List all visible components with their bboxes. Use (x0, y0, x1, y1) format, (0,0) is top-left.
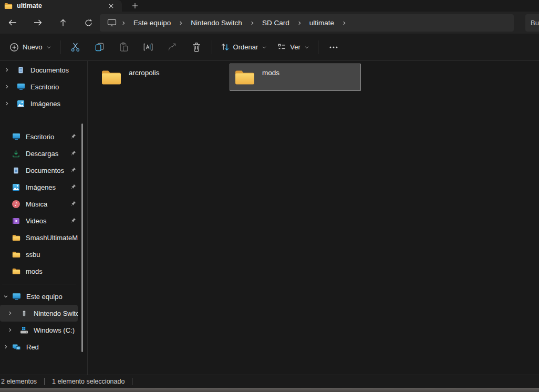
document-icon (16, 66, 26, 74)
copy-button[interactable] (88, 38, 112, 57)
tab-ultimate[interactable]: ultimate (0, 0, 122, 12)
sidebar-item-windows-c[interactable]: Windows (C:) (0, 322, 78, 338)
sidebar-section-gap (0, 112, 87, 128)
close-tab-icon[interactable] (105, 1, 117, 11)
folder-icon (11, 268, 21, 275)
drive-windows-icon (19, 326, 29, 334)
chevron-right-icon[interactable] (7, 311, 19, 316)
sidebar-item-mods[interactable]: mods (0, 263, 78, 280)
chevron-right-icon[interactable] (247, 20, 257, 26)
breadcrumb-item-nintendo-switch[interactable]: Nintendo Switch (185, 17, 247, 29)
download-icon (11, 150, 21, 158)
rename-button[interactable] (136, 38, 160, 57)
sidebar-item-smashultimatemod[interactable]: SmashUltimateMod (0, 229, 78, 246)
back-button[interactable] (2, 14, 23, 32)
sidebar-item-este-equipo[interactable]: Este equipo (0, 288, 78, 305)
chevron-down-icon[interactable] (0, 294, 12, 299)
new-button[interactable]: Nuevo (4, 38, 57, 57)
pin-icon (68, 133, 78, 140)
breadcrumb-item-sd-card[interactable]: SD Card (257, 17, 295, 29)
sort-button[interactable]: Ordenar (215, 38, 273, 57)
sidebar-item-escritorio[interactable]: Escritorio (0, 78, 78, 95)
sidebar-scrollbar[interactable] (81, 123, 83, 352)
search-input[interactable]: Bu (525, 14, 539, 32)
sidebar-item-escritorio-pinned[interactable]: Escritorio (0, 128, 78, 145)
file-name: arcropolis (129, 69, 160, 77)
tab-bar: ultimate (0, 0, 539, 12)
chevron-down-icon (262, 45, 267, 50)
pin-icon (68, 150, 78, 157)
files-area[interactable]: arcropolis mods (87, 61, 539, 375)
breadcrumb-item-ultimate[interactable]: ultimate (304, 17, 339, 29)
sidebar-item-imagenes-pinned[interactable]: Imágenes (0, 179, 78, 195)
forward-button[interactable] (27, 14, 48, 32)
pin-icon (68, 201, 78, 207)
up-button[interactable] (53, 14, 74, 32)
chevron-right-icon (119, 20, 128, 26)
sidebar-item-documentos-pinned[interactable]: Documentos (0, 162, 78, 179)
share-button[interactable] (160, 38, 184, 57)
folder-icon (4, 3, 13, 9)
sidebar-item-descargas[interactable]: Descargas (0, 145, 78, 162)
breadcrumb[interactable]: Este equipo Nintendo Switch SD Card ulti… (100, 14, 514, 32)
toolbar-separator (318, 40, 318, 54)
chevron-right-icon[interactable] (4, 84, 16, 89)
tab-title: ultimate (17, 2, 105, 9)
sidebar-item-ssbu[interactable]: ssbu (0, 246, 78, 263)
this-pc-icon (107, 19, 117, 27)
chevron-right-icon[interactable] (4, 101, 16, 106)
chevron-right-icon[interactable] (7, 327, 19, 333)
device-icon (19, 310, 29, 317)
status-separator (132, 378, 132, 385)
status-bar: 2 elementos 1 elemento seleccionado (0, 375, 539, 388)
sidebar-item-label: Escritorio (26, 133, 68, 141)
document-icon (11, 167, 21, 174)
view-icon (277, 43, 286, 51)
sidebar-item-imagenes[interactable]: Imágenes (0, 95, 78, 112)
file-item-mods[interactable]: mods (230, 64, 361, 91)
refresh-button[interactable] (78, 14, 99, 32)
chevron-down-icon (304, 45, 309, 50)
breadcrumb-item-este-equipo[interactable]: Este equipo (128, 17, 176, 29)
video-icon (11, 218, 21, 224)
delete-button[interactable] (184, 38, 209, 57)
file-item-arcropolis[interactable]: arcropolis (96, 64, 227, 91)
sidebar-item-label: mods (26, 267, 78, 275)
sidebar-item-red[interactable]: Red (0, 338, 78, 355)
sidebar-item-musica[interactable]: Música (0, 195, 78, 212)
navigation-bar: Este equipo Nintendo Switch SD Card ulti… (0, 12, 539, 34)
toolbar-separator (60, 40, 60, 54)
more-options-button[interactable] (322, 38, 346, 57)
network-icon (12, 343, 22, 351)
sidebar-item-nintendo-switch[interactable]: Nintendo Switch (0, 305, 78, 322)
chevron-right-icon[interactable] (4, 67, 16, 73)
pin-icon (68, 167, 78, 173)
desktop-icon (16, 83, 26, 90)
taskbar-edge (0, 388, 539, 392)
folder-icon (11, 251, 21, 258)
chevron-right-icon[interactable] (0, 344, 12, 349)
sidebar-item-label: Documentos (26, 167, 68, 174)
pictures-icon (11, 183, 21, 191)
new-tab-button[interactable] (128, 0, 142, 12)
chevron-right-icon[interactable] (176, 20, 185, 26)
status-separator (44, 378, 45, 385)
toolbar-separator (212, 40, 212, 54)
sidebar-item-label: Nintendo Switch (34, 310, 78, 317)
sidebar-item-label: Escritorio (30, 83, 78, 91)
sidebar-item-label: Windows (C:) (34, 326, 78, 334)
chevron-right-icon[interactable] (339, 20, 349, 26)
sidebar-item-videos[interactable]: Videos (0, 212, 78, 229)
search-text: Bu (531, 19, 539, 27)
cut-button[interactable] (64, 38, 88, 57)
sidebar-item-documentos[interactable]: Documentos (0, 61, 78, 78)
view-button-label: Ver (290, 43, 300, 51)
sidebar-item-label: Descargas (26, 150, 68, 158)
view-button[interactable]: Ver (272, 38, 315, 57)
paste-button[interactable] (112, 38, 136, 57)
this-pc-icon (12, 293, 22, 301)
sidebar-item-label: Imágenes (30, 100, 78, 108)
folder-icon (234, 69, 255, 86)
chevron-right-icon[interactable] (295, 20, 304, 26)
selection-count: 1 elemento seleccionado (51, 378, 126, 385)
